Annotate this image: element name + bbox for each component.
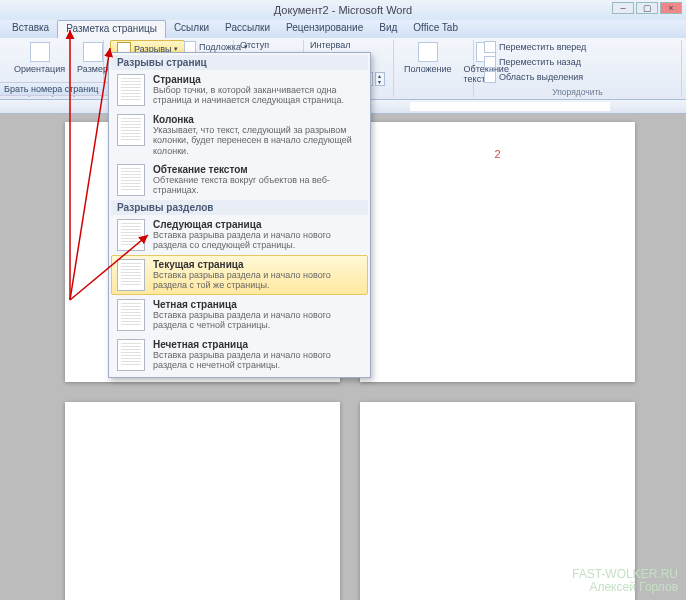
orientation-icon: [30, 42, 50, 62]
spacing-after-stepper[interactable]: ▴▾: [375, 72, 385, 86]
page-3[interactable]: 3: [65, 402, 340, 600]
dropdown-section-section-breaks: Разрывы разделов: [111, 200, 368, 215]
odd-page-icon: [117, 339, 145, 371]
tab-view[interactable]: Вид: [371, 20, 405, 38]
breaks-dropdown-menu: Разрывы страниц СтраницаВыбор точки, в к…: [108, 52, 371, 378]
minimize-button[interactable]: –: [612, 2, 634, 14]
even-page-icon: [117, 299, 145, 331]
page-size-icon: [83, 42, 103, 62]
send-backward-icon: [484, 56, 496, 68]
tab-office-tab[interactable]: Office Tab: [405, 20, 466, 38]
selection-pane-icon: [484, 71, 496, 83]
watermark: FAST-WOLKER.RU Алексей Горлов: [572, 568, 678, 594]
break-page-item[interactable]: СтраницаВыбор точки, в которой заканчива…: [111, 70, 368, 110]
maximize-button[interactable]: ▢: [636, 2, 658, 14]
tab-references[interactable]: Ссылки: [166, 20, 217, 38]
titlebar: Документ2 - Microsoft Word – ▢ ×: [0, 0, 686, 20]
page-number: 2: [494, 148, 500, 160]
bring-forward-icon: [484, 41, 496, 53]
ribbon-tabs: Вставка Разметка страницы Ссылки Рассылк…: [0, 20, 686, 38]
break-text-wrapping-item[interactable]: Обтекание текстомОбтекание текста вокруг…: [111, 160, 368, 200]
page-break-icon: [117, 74, 145, 106]
send-backward-button[interactable]: Переместить назад: [480, 55, 585, 69]
spacing-label: Интервал: [310, 40, 350, 50]
bring-forward-button[interactable]: Переместить вперед: [480, 40, 590, 54]
position-button[interactable]: Положение: [400, 40, 456, 76]
indent-label: Отступ: [240, 40, 269, 50]
tab-page-layout[interactable]: Разметка страницы: [57, 20, 166, 38]
break-column-item[interactable]: КолонкаУказывает, что текст, следующий з…: [111, 110, 368, 160]
tab-mailings[interactable]: Рассылки: [217, 20, 278, 38]
page-2[interactable]: 2: [360, 122, 635, 382]
tab-review[interactable]: Рецензирование: [278, 20, 371, 38]
text-wrap-break-icon: [117, 164, 145, 196]
close-button[interactable]: ×: [660, 2, 682, 14]
section-next-page-item[interactable]: Следующая страницаВставка разрыва раздел…: [111, 215, 368, 255]
dropdown-section-page-breaks: Разрывы страниц: [111, 55, 368, 70]
position-icon: [418, 42, 438, 62]
selection-pane-button[interactable]: Область выделения: [480, 70, 587, 84]
tab-insert[interactable]: Вставка: [4, 20, 57, 38]
orientation-button[interactable]: Ориентация: [10, 40, 69, 76]
section-odd-page-item[interactable]: Нечетная страницаВставка разрыва раздела…: [111, 335, 368, 375]
section-even-page-item[interactable]: Четная страницаВставка разрыва раздела и…: [111, 295, 368, 335]
continuous-icon: [117, 259, 145, 291]
section-continuous-item[interactable]: Текущая страницаВставка разрыва раздела …: [111, 255, 368, 295]
column-break-icon: [117, 114, 145, 146]
window-title: Документ2 - Microsoft Word: [274, 4, 412, 16]
next-page-icon: [117, 219, 145, 251]
